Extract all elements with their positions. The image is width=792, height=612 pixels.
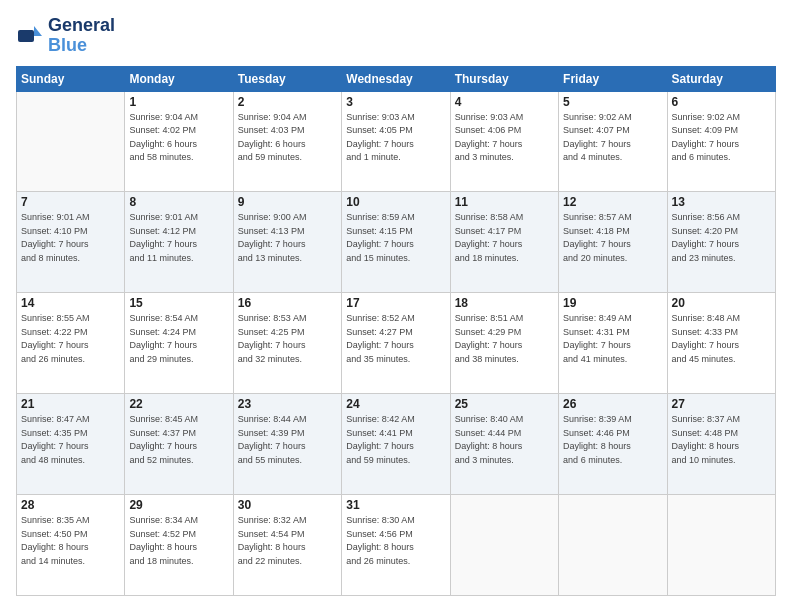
day-cell: 26Sunrise: 8:39 AMSunset: 4:46 PMDayligh… (559, 394, 667, 495)
day-cell (559, 495, 667, 596)
day-info: Sunrise: 8:48 AMSunset: 4:33 PMDaylight:… (672, 312, 771, 366)
day-number: 9 (238, 195, 337, 209)
day-cell (450, 495, 558, 596)
day-cell: 5Sunrise: 9:02 AMSunset: 4:07 PMDaylight… (559, 91, 667, 192)
day-info: Sunrise: 8:56 AMSunset: 4:20 PMDaylight:… (672, 211, 771, 265)
day-info: Sunrise: 8:45 AMSunset: 4:37 PMDaylight:… (129, 413, 228, 467)
day-number: 30 (238, 498, 337, 512)
weekday-header-sunday: Sunday (17, 66, 125, 91)
day-cell: 15Sunrise: 8:54 AMSunset: 4:24 PMDayligh… (125, 293, 233, 394)
day-info: Sunrise: 9:04 AMSunset: 4:03 PMDaylight:… (238, 111, 337, 165)
day-info: Sunrise: 8:51 AMSunset: 4:29 PMDaylight:… (455, 312, 554, 366)
day-number: 10 (346, 195, 445, 209)
day-cell: 22Sunrise: 8:45 AMSunset: 4:37 PMDayligh… (125, 394, 233, 495)
day-number: 19 (563, 296, 662, 310)
day-info: Sunrise: 8:35 AMSunset: 4:50 PMDaylight:… (21, 514, 120, 568)
day-info: Sunrise: 9:00 AMSunset: 4:13 PMDaylight:… (238, 211, 337, 265)
day-cell: 6Sunrise: 9:02 AMSunset: 4:09 PMDaylight… (667, 91, 775, 192)
day-number: 3 (346, 95, 445, 109)
day-info: Sunrise: 8:32 AMSunset: 4:54 PMDaylight:… (238, 514, 337, 568)
day-info: Sunrise: 8:40 AMSunset: 4:44 PMDaylight:… (455, 413, 554, 467)
day-cell: 1Sunrise: 9:04 AMSunset: 4:02 PMDaylight… (125, 91, 233, 192)
day-cell: 12Sunrise: 8:57 AMSunset: 4:18 PMDayligh… (559, 192, 667, 293)
day-number: 1 (129, 95, 228, 109)
weekday-header-saturday: Saturday (667, 66, 775, 91)
day-number: 15 (129, 296, 228, 310)
day-cell: 3Sunrise: 9:03 AMSunset: 4:05 PMDaylight… (342, 91, 450, 192)
day-number: 4 (455, 95, 554, 109)
day-number: 22 (129, 397, 228, 411)
day-number: 18 (455, 296, 554, 310)
day-number: 13 (672, 195, 771, 209)
day-cell: 8Sunrise: 9:01 AMSunset: 4:12 PMDaylight… (125, 192, 233, 293)
day-number: 6 (672, 95, 771, 109)
day-cell (667, 495, 775, 596)
day-cell: 13Sunrise: 8:56 AMSunset: 4:20 PMDayligh… (667, 192, 775, 293)
day-info: Sunrise: 9:02 AMSunset: 4:09 PMDaylight:… (672, 111, 771, 165)
week-row-5: 28Sunrise: 8:35 AMSunset: 4:50 PMDayligh… (17, 495, 776, 596)
day-number: 23 (238, 397, 337, 411)
weekday-header-friday: Friday (559, 66, 667, 91)
day-cell: 18Sunrise: 8:51 AMSunset: 4:29 PMDayligh… (450, 293, 558, 394)
day-cell: 30Sunrise: 8:32 AMSunset: 4:54 PMDayligh… (233, 495, 341, 596)
calendar-table: SundayMondayTuesdayWednesdayThursdayFrid… (16, 66, 776, 596)
logo-name: General Blue (48, 16, 115, 56)
day-info: Sunrise: 8:49 AMSunset: 4:31 PMDaylight:… (563, 312, 662, 366)
day-number: 11 (455, 195, 554, 209)
day-cell: 7Sunrise: 9:01 AMSunset: 4:10 PMDaylight… (17, 192, 125, 293)
day-number: 8 (129, 195, 228, 209)
day-cell: 21Sunrise: 8:47 AMSunset: 4:35 PMDayligh… (17, 394, 125, 495)
day-cell: 27Sunrise: 8:37 AMSunset: 4:48 PMDayligh… (667, 394, 775, 495)
day-cell: 11Sunrise: 8:58 AMSunset: 4:17 PMDayligh… (450, 192, 558, 293)
svg-rect-0 (18, 30, 34, 42)
day-cell: 20Sunrise: 8:48 AMSunset: 4:33 PMDayligh… (667, 293, 775, 394)
weekday-header-row: SundayMondayTuesdayWednesdayThursdayFrid… (17, 66, 776, 91)
day-cell: 31Sunrise: 8:30 AMSunset: 4:56 PMDayligh… (342, 495, 450, 596)
day-number: 14 (21, 296, 120, 310)
day-info: Sunrise: 8:42 AMSunset: 4:41 PMDaylight:… (346, 413, 445, 467)
day-info: Sunrise: 8:37 AMSunset: 4:48 PMDaylight:… (672, 413, 771, 467)
weekday-header-monday: Monday (125, 66, 233, 91)
day-info: Sunrise: 9:03 AMSunset: 4:06 PMDaylight:… (455, 111, 554, 165)
day-cell: 19Sunrise: 8:49 AMSunset: 4:31 PMDayligh… (559, 293, 667, 394)
day-info: Sunrise: 8:55 AMSunset: 4:22 PMDaylight:… (21, 312, 120, 366)
day-info: Sunrise: 8:53 AMSunset: 4:25 PMDaylight:… (238, 312, 337, 366)
day-info: Sunrise: 9:04 AMSunset: 4:02 PMDaylight:… (129, 111, 228, 165)
day-info: Sunrise: 8:52 AMSunset: 4:27 PMDaylight:… (346, 312, 445, 366)
day-cell: 28Sunrise: 8:35 AMSunset: 4:50 PMDayligh… (17, 495, 125, 596)
logo-icon (16, 22, 44, 50)
day-info: Sunrise: 8:57 AMSunset: 4:18 PMDaylight:… (563, 211, 662, 265)
day-number: 2 (238, 95, 337, 109)
day-number: 12 (563, 195, 662, 209)
day-cell: 24Sunrise: 8:42 AMSunset: 4:41 PMDayligh… (342, 394, 450, 495)
day-cell: 29Sunrise: 8:34 AMSunset: 4:52 PMDayligh… (125, 495, 233, 596)
week-row-4: 21Sunrise: 8:47 AMSunset: 4:35 PMDayligh… (17, 394, 776, 495)
svg-marker-1 (34, 26, 42, 36)
day-info: Sunrise: 9:03 AMSunset: 4:05 PMDaylight:… (346, 111, 445, 165)
day-number: 21 (21, 397, 120, 411)
day-cell: 14Sunrise: 8:55 AMSunset: 4:22 PMDayligh… (17, 293, 125, 394)
logo: General Blue (16, 16, 115, 56)
calendar-page: General Blue SundayMondayTuesdayWednesda… (0, 0, 792, 612)
day-info: Sunrise: 8:58 AMSunset: 4:17 PMDaylight:… (455, 211, 554, 265)
week-row-2: 7Sunrise: 9:01 AMSunset: 4:10 PMDaylight… (17, 192, 776, 293)
weekday-header-thursday: Thursday (450, 66, 558, 91)
day-info: Sunrise: 9:01 AMSunset: 4:10 PMDaylight:… (21, 211, 120, 265)
day-number: 31 (346, 498, 445, 512)
day-number: 5 (563, 95, 662, 109)
day-info: Sunrise: 8:34 AMSunset: 4:52 PMDaylight:… (129, 514, 228, 568)
day-info: Sunrise: 8:54 AMSunset: 4:24 PMDaylight:… (129, 312, 228, 366)
header: General Blue (16, 16, 776, 56)
day-cell: 9Sunrise: 9:00 AMSunset: 4:13 PMDaylight… (233, 192, 341, 293)
day-number: 16 (238, 296, 337, 310)
day-info: Sunrise: 8:47 AMSunset: 4:35 PMDaylight:… (21, 413, 120, 467)
day-number: 27 (672, 397, 771, 411)
week-row-3: 14Sunrise: 8:55 AMSunset: 4:22 PMDayligh… (17, 293, 776, 394)
day-info: Sunrise: 8:30 AMSunset: 4:56 PMDaylight:… (346, 514, 445, 568)
day-info: Sunrise: 9:02 AMSunset: 4:07 PMDaylight:… (563, 111, 662, 165)
day-info: Sunrise: 9:01 AMSunset: 4:12 PMDaylight:… (129, 211, 228, 265)
day-cell: 4Sunrise: 9:03 AMSunset: 4:06 PMDaylight… (450, 91, 558, 192)
day-cell: 25Sunrise: 8:40 AMSunset: 4:44 PMDayligh… (450, 394, 558, 495)
weekday-header-tuesday: Tuesday (233, 66, 341, 91)
day-number: 24 (346, 397, 445, 411)
